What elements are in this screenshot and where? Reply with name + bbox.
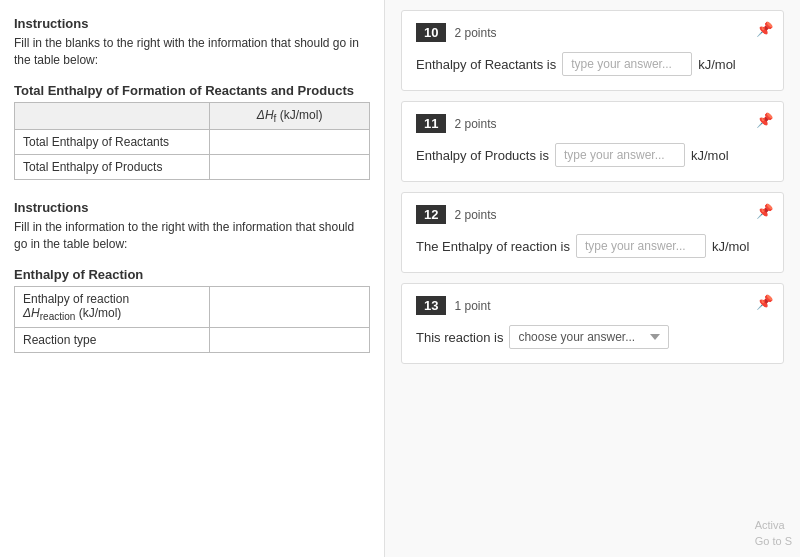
- table-row: Total Enthalpy of Reactants: [15, 129, 370, 154]
- row-value: [210, 327, 370, 352]
- question-text-13: This reaction is: [416, 330, 503, 345]
- right-panel: 10 2 points 📌 Enthalpy of Reactants is k…: [385, 0, 800, 557]
- pin-icon-12[interactable]: 📌: [756, 203, 773, 219]
- question-points-13: 1 point: [454, 299, 490, 313]
- question-header-11: 11 2 points: [416, 114, 769, 133]
- question-points-10: 2 points: [454, 26, 496, 40]
- instructions-text-2: Fill in the information to the right wit…: [14, 219, 370, 253]
- answer-input-11[interactable]: [555, 143, 685, 167]
- question-body-11: Enthalpy of Products is kJ/mol: [416, 143, 769, 167]
- instructions-text-1: Fill in the blanks to the right with the…: [14, 35, 370, 69]
- table-row: Enthalpy of reaction ΔHreaction (kJ/mol): [15, 286, 370, 327]
- question-block-11: 11 2 points 📌 Enthalpy of Products is kJ…: [401, 101, 784, 182]
- question-points-11: 2 points: [454, 117, 496, 131]
- row-label: Reaction type: [15, 327, 210, 352]
- question-block-13: 13 1 point 📌 This reaction is choose you…: [401, 283, 784, 364]
- question-number-11: 11: [416, 114, 446, 133]
- unit-label-12: kJ/mol: [712, 239, 750, 254]
- row-label: Total Enthalpy of Reactants: [15, 129, 210, 154]
- table-title-2: Enthalpy of Reaction: [14, 267, 370, 282]
- row-label: Total Enthalpy of Products: [15, 154, 210, 179]
- question-body-10: Enthalpy of Reactants is kJ/mol: [416, 52, 769, 76]
- question-points-12: 2 points: [454, 208, 496, 222]
- question-number-13: 13: [416, 296, 446, 315]
- pin-icon-10[interactable]: 📌: [756, 21, 773, 37]
- question-body-12: The Enthalpy of reaction is kJ/mol: [416, 234, 769, 258]
- unit-label-10: kJ/mol: [698, 57, 736, 72]
- section2: Instructions Fill in the information to …: [14, 200, 370, 353]
- row-label: Enthalpy of reaction ΔHreaction (kJ/mol): [15, 286, 210, 327]
- unit-label-11: kJ/mol: [691, 148, 729, 163]
- enthalpy-reaction-table: Enthalpy of reaction ΔHreaction (kJ/mol)…: [14, 286, 370, 353]
- left-panel: Instructions Fill in the blanks to the r…: [0, 0, 385, 557]
- answer-input-12[interactable]: [576, 234, 706, 258]
- row-value: [210, 154, 370, 179]
- question-number-10: 10: [416, 23, 446, 42]
- question-number-12: 12: [416, 205, 446, 224]
- reactants-products-table: ΔHf (kJ/mol) Total Enthalpy of Reactants…: [14, 102, 370, 180]
- pin-icon-13[interactable]: 📌: [756, 294, 773, 310]
- table-header-1: ΔHf (kJ/mol): [210, 102, 370, 129]
- instructions-label-2: Instructions: [14, 200, 370, 215]
- question-block-10: 10 2 points 📌 Enthalpy of Reactants is k…: [401, 10, 784, 91]
- table-title-1: Total Enthalpy of Formation of Reactants…: [14, 83, 370, 98]
- table-row: Reaction type: [15, 327, 370, 352]
- question-text-11: Enthalpy of Products is: [416, 148, 549, 163]
- reaction-type-dropdown[interactable]: choose your answer... exothermic endothe…: [509, 325, 669, 349]
- question-header-13: 13 1 point: [416, 296, 769, 315]
- question-header-10: 10 2 points: [416, 23, 769, 42]
- section1: Instructions Fill in the blanks to the r…: [14, 16, 370, 180]
- instructions-label-1: Instructions: [14, 16, 370, 31]
- question-text-10: Enthalpy of Reactants is: [416, 57, 556, 72]
- question-block-12: 12 2 points 📌 The Enthalpy of reaction i…: [401, 192, 784, 273]
- table-row: Total Enthalpy of Products: [15, 154, 370, 179]
- pin-icon-11[interactable]: 📌: [756, 112, 773, 128]
- question-header-12: 12 2 points: [416, 205, 769, 224]
- question-body-13: This reaction is choose your answer... e…: [416, 325, 769, 349]
- answer-input-10[interactable]: [562, 52, 692, 76]
- row-value: [210, 286, 370, 327]
- row-value: [210, 129, 370, 154]
- activate-watermark: Activa Go to S: [755, 518, 792, 549]
- question-text-12: The Enthalpy of reaction is: [416, 239, 570, 254]
